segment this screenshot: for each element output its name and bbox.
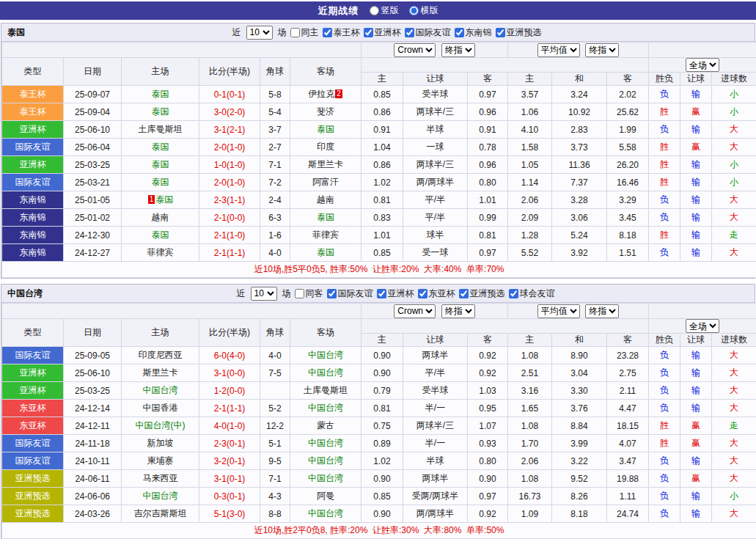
odds-handicap: 一球 xyxy=(403,139,468,156)
competition-filter[interactable]: 东亚杯 xyxy=(418,287,455,300)
match-count-select[interactable]: 10 xyxy=(251,287,277,301)
away-team: 越南 xyxy=(290,191,362,209)
team-name: 泰国 xyxy=(317,212,334,222)
corner-score: 4-0 xyxy=(260,347,290,364)
team-name: 中国台湾 xyxy=(143,385,178,395)
avg-home: 2.09 xyxy=(508,209,552,227)
competition-checkbox[interactable] xyxy=(327,289,337,298)
competition-checkbox[interactable] xyxy=(418,289,427,298)
away-team: 土库曼斯坦 xyxy=(290,382,362,400)
same-venue-filter[interactable]: 同主 xyxy=(290,26,319,39)
odds-time-select[interactable]: 终指 xyxy=(441,304,475,318)
team-name: 中国台湾 xyxy=(308,403,343,413)
same-venue-filter[interactable]: 同客 xyxy=(295,287,323,300)
odds-handicap: 两球半 xyxy=(403,470,468,488)
header-spacer xyxy=(649,43,756,58)
competition-checkbox[interactable] xyxy=(377,289,386,298)
match-date: 24-12-27 xyxy=(64,244,122,262)
match-date: 24-03-26 xyxy=(64,505,122,523)
handicap-result: 赢 xyxy=(680,435,712,452)
competition-checkbox[interactable] xyxy=(455,28,464,37)
corner-score: 6-3 xyxy=(260,209,290,227)
match-score: 2-1(1-1) xyxy=(199,244,260,262)
odds-handicap: 平/半 xyxy=(403,364,468,382)
match-row: 东亚杯24-12-14中国香港2-1(1-1)5-2中国台湾0.81半/一0.9… xyxy=(2,400,756,417)
odds-company-select[interactable]: Crown xyxy=(394,304,436,318)
corner-score xyxy=(260,382,290,400)
avg-draw: 10.92 xyxy=(552,103,607,121)
scope-select[interactable]: 全场 xyxy=(686,58,719,72)
results-body: 泰王杯25-09-07泰国0-1(0-1)5-8伊拉克20.85受半球0.973… xyxy=(2,86,756,262)
avg-away: 2.75 xyxy=(607,364,649,382)
view-option-horizontal[interactable]: 横版 xyxy=(409,4,438,17)
corner-score: 4-3 xyxy=(260,488,290,505)
avg-time-select[interactable]: 终指 xyxy=(585,304,619,318)
team-name: 中国台湾 xyxy=(308,350,343,360)
match-count-select[interactable]: 10 xyxy=(246,26,273,40)
competition-filter[interactable]: 亚洲杯 xyxy=(377,287,414,300)
competition-checkbox[interactable] xyxy=(323,28,332,37)
competition-label: 国际友谊 xyxy=(416,26,451,39)
competition-filter[interactable]: 国际友谊 xyxy=(327,287,373,300)
competition-checkbox[interactable] xyxy=(459,289,469,298)
col-odds-home: 主 xyxy=(362,334,403,347)
view-option-vertical[interactable]: 竖版 xyxy=(370,4,399,17)
competition-type: 东南锦 xyxy=(2,209,64,227)
odds-selects-row: Crown 终指 平均值 终指 xyxy=(2,304,756,319)
average-select[interactable]: 平均值 xyxy=(537,304,580,318)
result: 胜 xyxy=(649,139,680,156)
avg-home: 1.08 xyxy=(508,417,552,435)
corner-score: 1-6 xyxy=(260,227,290,244)
match-row: 泰王杯25-09-07泰国0-1(0-1)5-8伊拉克20.85受半球0.973… xyxy=(2,86,756,103)
handicap-result: 赢 xyxy=(680,103,712,121)
same-venue-checkbox[interactable] xyxy=(295,289,304,298)
header-spacer xyxy=(362,58,649,73)
competition-label: 亚洲杯 xyxy=(375,26,401,39)
team-name: 中国台湾(中) xyxy=(136,420,186,430)
average-select[interactable]: 平均值 xyxy=(537,43,580,57)
corner-score: 5-4 xyxy=(260,103,290,121)
competition-label: 国际友谊 xyxy=(338,287,373,300)
avg-away: 1.51 xyxy=(607,244,649,262)
corner-score: 7-1 xyxy=(260,470,290,488)
competition-checkbox[interactable] xyxy=(496,28,505,37)
handicap-result: 输 xyxy=(680,400,712,417)
team-name: 越南 xyxy=(152,212,169,222)
competition-checkbox[interactable] xyxy=(509,289,518,298)
average-source-cell: 平均值 终指 xyxy=(508,304,649,319)
odds-handicap: 两球半 xyxy=(403,347,468,364)
competition-checkbox[interactable] xyxy=(405,28,414,37)
summary-row: 近10场,胜2平0负8, 胜率:20% 让胜率:30% 大率:80% 单率:50… xyxy=(2,523,756,539)
competition-checkbox[interactable] xyxy=(364,28,373,37)
match-row: 国际友谊25-09-05印度尼西亚6-0(4-0)4-0中国台湾0.90两球半0… xyxy=(2,347,756,364)
summary-text: 近10场,胜2平0负8, 胜率:20% 让胜率:30% 大率:80% 单率:50… xyxy=(2,523,756,539)
scope-cell: 全场 xyxy=(649,58,756,73)
team-name: 泰国 xyxy=(152,89,169,99)
avg-draw: 3.73 xyxy=(552,139,607,156)
match-date: 25-09-05 xyxy=(64,347,122,364)
competition-filter[interactable]: 东南锦 xyxy=(455,26,492,39)
away-team: 泰国 xyxy=(290,121,362,139)
odds-time-select[interactable]: 终指 xyxy=(441,43,475,57)
competition-filter[interactable]: 亚洲预选 xyxy=(496,26,542,39)
competition-filter[interactable]: 亚洲杯 xyxy=(364,26,401,39)
scope-select[interactable]: 全场 xyxy=(686,319,719,333)
corner-score: 8-8 xyxy=(260,505,290,523)
odds-company-select[interactable]: Crown xyxy=(394,43,436,57)
avg-draw: 3.92 xyxy=(552,244,607,262)
team-name: 斐济 xyxy=(317,106,334,117)
same-venue-checkbox[interactable] xyxy=(290,28,300,37)
competition-filter[interactable]: 球会友谊 xyxy=(509,287,555,300)
match-score: 2-1(1-0) xyxy=(199,227,260,244)
horizontal-radio[interactable] xyxy=(409,6,419,15)
avg-home: 1.58 xyxy=(508,139,552,156)
competition-filter[interactable]: 泰王杯 xyxy=(323,26,360,39)
competition-filter[interactable]: 亚洲预选 xyxy=(459,287,505,300)
competition-filter[interactable]: 国际友谊 xyxy=(405,26,451,39)
avg-away: 23.28 xyxy=(607,347,649,364)
vertical-radio[interactable] xyxy=(370,6,379,15)
team-title: 中国台湾 xyxy=(7,287,43,300)
avg-home: 4.10 xyxy=(508,121,552,139)
avg-time-select[interactable]: 终指 xyxy=(585,43,619,57)
odds-home: 1.02 xyxy=(362,174,403,191)
